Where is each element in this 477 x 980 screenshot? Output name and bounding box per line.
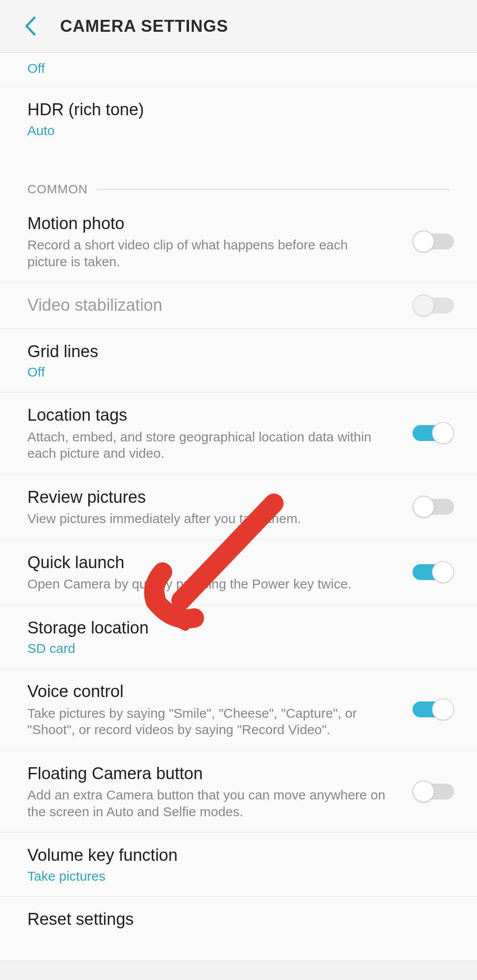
page-title: CAMERA SETTINGS — [60, 17, 228, 36]
setting-title: Motion photo — [27, 213, 388, 234]
setting-row-grid-lines[interactable]: Grid lines Off — [0, 329, 477, 393]
toggle-floating-camera-button[interactable] — [413, 780, 454, 803]
setting-row-reset-settings[interactable]: Reset settings — [0, 897, 477, 942]
setting-description: Open Camera by quickly pressing the Powe… — [27, 576, 388, 592]
setting-title: Voice control — [27, 681, 388, 702]
setting-row-location-tags[interactable]: Location tags Attach, embed, and store g… — [0, 392, 477, 475]
toggle-motion-photo[interactable] — [413, 230, 454, 253]
setting-description: View pictures immediately after you take… — [27, 510, 388, 527]
section-label: COMMON — [27, 182, 88, 196]
setting-value: Take pictures — [27, 869, 450, 884]
toggle-location-tags[interactable] — [413, 422, 454, 444]
setting-title: Reset settings — [27, 909, 450, 930]
section-divider — [97, 189, 450, 190]
toggle-video-stabilization — [413, 294, 454, 317]
toggle-quick-launch[interactable] — [413, 561, 454, 583]
setting-row-hdr[interactable]: HDR (rich tone) Auto — [0, 87, 477, 156]
setting-description: Take pictures by saying "Smile", "Cheese… — [27, 705, 388, 738]
settings-list: Off HDR (rich tone) Auto COMMON Motion p… — [0, 53, 477, 960]
setting-row-video-stabilization: Video stabilization — [0, 283, 477, 329]
app-header: CAMERA SETTINGS — [0, 0, 477, 53]
section-header-common: COMMON — [0, 156, 477, 201]
setting-description: Attach, embed, and store geographical lo… — [27, 429, 388, 462]
setting-title: HDR (rich tone) — [27, 99, 450, 121]
setting-row-voice-control[interactable]: Voice control Take pictures by saying "S… — [0, 669, 477, 751]
setting-description: Add an extra Camera button that you can … — [27, 787, 388, 820]
setting-row-floating-camera-button[interactable]: Floating Camera button Add an extra Came… — [0, 751, 477, 833]
setting-title: Floating Camera button — [27, 763, 388, 784]
setting-title: Location tags — [27, 405, 388, 426]
setting-row-motion-photo[interactable]: Motion photo Record a short video clip o… — [0, 201, 477, 283]
back-chevron-icon — [24, 15, 37, 37]
setting-title: Grid lines — [27, 341, 450, 362]
setting-row-volume-key-function[interactable]: Volume key function Take pictures — [0, 833, 477, 897]
setting-title: Review pictures — [27, 487, 388, 508]
setting-row-storage-location[interactable]: Storage location SD card — [0, 605, 477, 669]
setting-title: Volume key function — [27, 845, 450, 866]
setting-value: SD card — [27, 641, 450, 656]
setting-value: Off — [27, 365, 450, 380]
setting-title: Video stabilization — [27, 295, 388, 316]
setting-row-partial[interactable]: Off — [0, 53, 477, 87]
setting-value: Auto — [27, 123, 450, 138]
setting-title: Storage location — [27, 618, 450, 639]
back-button[interactable] — [19, 15, 42, 37]
setting-value: Off — [27, 61, 450, 76]
setting-title: Quick launch — [27, 552, 388, 573]
toggle-review-pictures[interactable] — [413, 496, 454, 518]
setting-description: Record a short video clip of what happen… — [27, 237, 388, 270]
setting-row-review-pictures[interactable]: Review pictures View pictures immediatel… — [0, 475, 477, 540]
setting-row-quick-launch[interactable]: Quick launch Open Camera by quickly pres… — [0, 540, 477, 605]
toggle-voice-control[interactable] — [413, 698, 454, 720]
